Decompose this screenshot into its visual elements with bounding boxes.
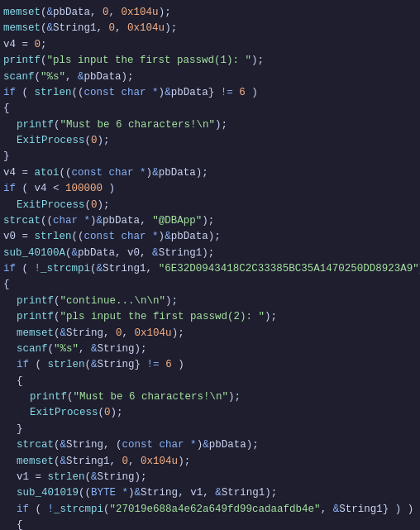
token-plain: ( <box>29 357 48 373</box>
token-plain: ) <box>90 213 97 229</box>
token-plain <box>233 85 240 101</box>
token-fn: sub_401019 <box>17 485 79 501</box>
token-plain: , <box>203 485 215 501</box>
token-op: != <box>221 85 233 101</box>
token-plain: } <box>135 357 147 373</box>
code-line: if ( strlen(&String} != 6 ) <box>3 357 417 373</box>
token-fn: sub_40100A <box>3 246 65 261</box>
token-var: String1 <box>159 246 203 261</box>
token-op: & <box>60 454 67 470</box>
token-plain: ); <box>165 21 177 36</box>
token-kw: BYTE <box>91 485 116 501</box>
token-var: v1 <box>17 470 29 485</box>
token-var: v1 <box>190 485 203 501</box>
code-line: memset(&pbData, 0, 0x104u); <box>3 5 417 21</box>
token-plain: ); <box>135 470 147 485</box>
token-kw: if <box>17 502 29 518</box>
token-kw: if <box>3 85 16 101</box>
token-plain: ) <box>197 437 203 453</box>
token-plain: ); <box>122 69 134 85</box>
token-plain: ); <box>251 53 264 69</box>
token-plain: } <box>3 149 10 165</box>
token-plain: , <box>90 5 103 21</box>
token-fn: _strcmpi <box>54 502 103 518</box>
token-plain: , <box>79 341 91 357</box>
token-plain: , <box>321 502 333 518</box>
token-plain: = <box>29 470 48 485</box>
token-plain: ) <box>246 85 258 101</box>
token-fn: ExitProcess <box>30 405 98 421</box>
token-kw: char <box>53 213 78 229</box>
token-plain: ); <box>246 437 259 453</box>
token-var: pbData <box>103 213 140 229</box>
token-var: v4 <box>3 37 16 53</box>
token-op: & <box>91 341 98 357</box>
code-line: ExitProcess(0); <box>3 198 417 213</box>
code-line: memset(&String1, 0, 0x104u); <box>3 21 417 36</box>
token-plain: ); <box>165 294 178 309</box>
token-str: "@DBApp" <box>152 213 202 229</box>
code-line: if ( !_strcmpi("27019e688a4e62a649fd99ca… <box>3 502 417 518</box>
token-plain <box>78 213 84 229</box>
token-var: String <box>66 437 103 453</box>
token-plain: , <box>140 213 152 229</box>
token-num: 6 <box>165 357 172 373</box>
token-str: "Must be 6 characters!\n" <box>60 117 216 133</box>
code-line: v4 = atoi((const char *)&pbData); <box>3 165 417 181</box>
token-plain: ); <box>159 5 171 21</box>
token-plain: = <box>16 165 35 181</box>
token-op: & <box>165 229 171 245</box>
token-plain: ( <box>41 5 47 21</box>
token-plain: ( <box>41 21 47 36</box>
token-num: 0 <box>109 21 116 36</box>
token-plain: , <box>115 21 127 36</box>
token-plain: , <box>178 485 190 501</box>
token-plain: { <box>3 277 10 293</box>
token-op: & <box>135 485 141 501</box>
token-fn: printf <box>17 309 54 325</box>
token-op: & <box>91 357 98 373</box>
token-plain: ); <box>98 133 110 149</box>
token-str: "pls input the first passwd(2): " <box>60 309 265 325</box>
code-line: printf("pls input the first passwd(2): "… <box>3 309 417 325</box>
code-line: sub_401019((BYTE *)&String, v1, &String1… <box>3 485 417 501</box>
token-op: * <box>190 437 197 453</box>
token-plain: ); <box>172 326 184 341</box>
token-plain: ( <box>85 357 92 373</box>
token-var: pbData <box>78 246 115 261</box>
token-op: * <box>122 485 129 501</box>
token-op: & <box>78 69 84 85</box>
token-num: 6 <box>239 85 246 101</box>
token-plain: (( <box>60 165 72 181</box>
token-num: 0 <box>91 198 98 213</box>
code-line: printf("pls input the first passwd(1): "… <box>3 53 417 69</box>
token-fn: strlen <box>35 229 72 245</box>
token-kw: const char <box>84 85 146 101</box>
token-var: v4 <box>3 165 16 181</box>
token-var: String <box>98 470 135 485</box>
code-line: sub_40100A(&pbData, v0, &String1); <box>3 246 417 261</box>
token-var: v0 <box>3 229 16 245</box>
token-kw: const char <box>72 165 134 181</box>
code-line: } <box>3 422 417 437</box>
code-line: strcat((char *)&pbData, "@DBApp"); <box>3 213 417 229</box>
token-plain: { <box>3 101 10 117</box>
token-plain <box>146 229 153 245</box>
token-fn: ExitProcess <box>17 133 85 149</box>
token-num: 0 <box>116 326 122 341</box>
token-op: & <box>47 21 54 36</box>
token-plain <box>184 437 191 453</box>
token-plain: ( <box>54 117 60 133</box>
token-plain: ); <box>265 309 277 325</box>
token-num: 0 <box>35 37 41 53</box>
token-plain: ) <box>128 485 135 501</box>
token-plain: , <box>140 246 152 261</box>
token-plain: ); <box>135 341 147 357</box>
token-fn: scanf <box>17 341 48 357</box>
token-op: & <box>60 326 67 341</box>
token-plain: ( <box>48 341 55 357</box>
token-op: & <box>60 437 67 453</box>
token-plain: ( <box>16 85 35 101</box>
token-kw: if <box>17 357 29 373</box>
code-line: memset(&String1, 0, 0x104u); <box>3 454 417 470</box>
